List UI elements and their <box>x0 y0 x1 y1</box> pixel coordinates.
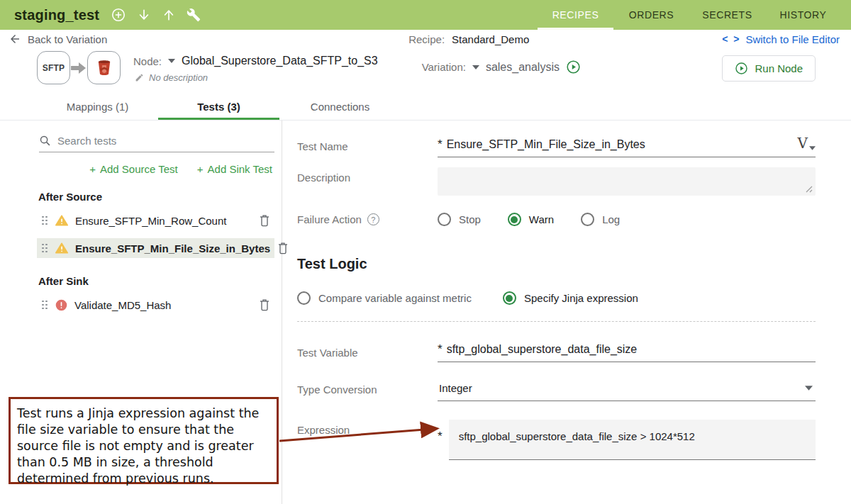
run-node-button[interactable]: Run Node <box>722 55 816 82</box>
test-variable-row: Test Variable * <box>297 342 816 362</box>
search-icon <box>39 135 51 147</box>
recipe-value: Standard_Demo <box>452 33 529 45</box>
jinja-expression-radio[interactable]: Specify Jinja expression <box>503 291 638 305</box>
after-source-heading: After Source <box>38 191 282 203</box>
required-marker: * <box>438 138 443 152</box>
test-list-item-selected[interactable]: Ensure_SFTP_Min_File_Size_in_Bytes <box>37 238 274 258</box>
type-conversion-select[interactable]: Integer <box>438 379 816 401</box>
radio-icon <box>297 291 311 305</box>
drag-handle-icon[interactable] <box>41 243 48 254</box>
failure-action-warn-radio[interactable]: Warn <box>508 213 554 226</box>
header-nav: RECIPES ORDERS SECRETS HISTORY <box>538 0 841 30</box>
failure-action-row: Failure Action ? Stop Warn Log <box>297 213 816 226</box>
header-actions <box>111 0 201 30</box>
required-marker: * <box>438 342 443 357</box>
sftp-label: SFTP <box>43 63 65 73</box>
test-logic-mode-row: Compare variable against metric Specify … <box>297 291 816 305</box>
failure-action-log-radio[interactable]: Log <box>581 213 620 226</box>
test-variable-input[interactable] <box>447 343 816 356</box>
drag-handle-icon[interactable] <box>41 300 48 310</box>
search-tests-field[interactable] <box>39 135 274 152</box>
test-detail-form: Test Name * V Description <box>282 121 851 504</box>
switch-to-file-editor-link[interactable]: < > Switch to File Editor <box>722 33 840 45</box>
source-node-box[interactable]: SFTP <box>37 51 70 84</box>
move-up-icon[interactable] <box>162 8 176 22</box>
tab-orders[interactable]: ORDERS <box>613 0 689 30</box>
run-node-label: Run Node <box>755 62 803 74</box>
failure-action-label: Failure Action <box>297 213 362 225</box>
radio-checked-icon <box>508 213 521 226</box>
compare-variable-radio[interactable]: Compare variable against metric <box>297 291 472 305</box>
tab-tests[interactable]: Tests (3) <box>158 94 279 120</box>
node-name[interactable]: Global_Superstore_Data_SFTP_to_S3 <box>182 55 378 67</box>
edit-pencil-icon[interactable] <box>135 73 144 82</box>
back-label: Back to Variation <box>28 33 107 45</box>
node-detail-tabs: Mappings (1) Tests (3) Connections <box>0 94 851 121</box>
test-name-label: Test Name <box>297 136 438 157</box>
test-list-item[interactable]: Ensure_SFTP_Min_Row_Count <box>37 211 274 230</box>
node-caret-down-icon[interactable] <box>168 59 175 63</box>
plus-icon: + <box>197 163 204 175</box>
page-title: staging_test <box>14 7 99 23</box>
top-header: staging_test RECIPES ORDERS SECRETS HIST… <box>0 0 851 30</box>
add-icon[interactable] <box>111 7 126 23</box>
no-description-text[interactable]: No description <box>149 72 208 83</box>
type-conversion-row: Type Conversion Integer <box>297 379 816 401</box>
switch-editor-label: Switch to File Editor <box>745 33 840 45</box>
tab-connections[interactable]: Connections <box>279 94 401 120</box>
run-variation-play-icon[interactable] <box>566 60 581 74</box>
warning-icon <box>55 215 68 226</box>
insert-variable-icon[interactable]: V <box>798 136 816 150</box>
description-label: Description <box>297 167 438 196</box>
description-textarea[interactable] <box>438 167 816 196</box>
variation-selector: Variation: sales_analysis <box>422 60 581 74</box>
expression-input[interactable]: sftp_global_superstore_data_file_size > … <box>449 420 816 460</box>
breadcrumb: Back to Variation Recipe: Standard_Demo … <box>0 30 851 48</box>
sink-node-box[interactable] <box>87 51 121 84</box>
radio-icon <box>581 213 594 226</box>
failure-action-stop-radio[interactable]: Stop <box>438 213 481 226</box>
node-label: Node: <box>133 55 162 67</box>
back-to-variation-link[interactable]: Back to Variation <box>9 33 107 45</box>
variation-label: Variation: <box>422 61 466 73</box>
jinja-expression-label: Specify Jinja expression <box>524 292 638 304</box>
log-label: Log <box>602 213 620 225</box>
recipe-label: Recipe: <box>408 33 445 45</box>
variable-v-glyph: V <box>798 136 808 150</box>
node-flow-preview: SFTP <box>37 51 121 84</box>
tab-recipes[interactable]: RECIPES <box>538 0 613 30</box>
test-name-input[interactable] <box>447 138 798 151</box>
test-name-text: Ensure_SFTP_Min_File_Size_in_Bytes <box>75 242 270 254</box>
tab-mappings[interactable]: Mappings (1) <box>37 94 158 120</box>
move-down-icon[interactable] <box>137 8 151 22</box>
add-source-test-button[interactable]: + Add Source Test <box>89 163 178 175</box>
compare-variable-label: Compare variable against metric <box>318 292 472 304</box>
type-conversion-value: Integer <box>439 382 472 394</box>
drag-handle-icon[interactable] <box>41 215 48 226</box>
warn-label: Warn <box>529 213 554 225</box>
add-sink-test-button[interactable]: + Add Sink Test <box>197 163 272 175</box>
test-list-item[interactable]: Validate_MD5_Hash <box>37 295 274 315</box>
variation-value[interactable]: sales_analysis <box>486 61 560 74</box>
delete-test-icon[interactable] <box>259 214 270 227</box>
error-icon <box>55 299 67 311</box>
help-icon[interactable]: ? <box>367 213 379 225</box>
test-variable-label: Test Variable <box>297 342 438 362</box>
plus-icon: + <box>89 163 96 175</box>
app-window: staging_test RECIPES ORDERS SECRETS HIST… <box>0 0 851 504</box>
resize-handle-icon[interactable] <box>806 186 813 193</box>
run-node-play-icon <box>735 62 748 75</box>
tab-history[interactable]: HISTORY <box>765 0 841 30</box>
stop-label: Stop <box>459 213 481 225</box>
type-conversion-label: Type Conversion <box>297 379 438 401</box>
expression-row: Expression * sftp_global_superstore_data… <box>297 420 816 460</box>
variation-caret-down-icon[interactable] <box>472 65 479 69</box>
wrench-icon[interactable] <box>187 8 201 22</box>
delete-test-icon[interactable] <box>259 298 270 311</box>
recipe-indicator: Recipe: Standard_Demo <box>408 33 529 45</box>
required-marker: * <box>438 430 443 460</box>
tab-secrets[interactable]: SECRETS <box>689 0 765 30</box>
test-name-row: Test Name * V <box>297 136 816 157</box>
search-input[interactable] <box>57 135 274 147</box>
radio-checked-icon <box>503 291 516 305</box>
